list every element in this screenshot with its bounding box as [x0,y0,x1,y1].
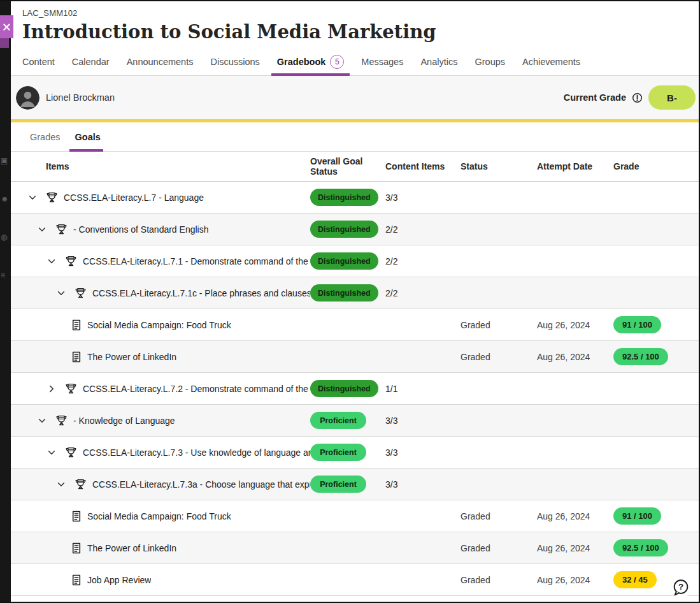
current-grade-label: Current Grade [564,92,626,103]
row-items-cell: CCSS.ELA-Literacy.L.7.1c - Place phrases… [22,287,310,299]
document-icon [71,511,82,522]
header-status: Status [461,161,537,171]
nav-tab-achievements[interactable]: Achievements [522,48,580,75]
goal-status-cell: Distinguished [310,284,385,302]
chevron-down-icon[interactable] [38,416,46,425]
content-item-name: Job App Review [87,575,151,585]
grade-cell: 91 / 100 [613,507,689,525]
row-items-cell: Job App Review [22,574,310,586]
chevron-right-icon[interactable] [47,384,56,393]
nav-tab-content[interactable]: Content [22,48,55,75]
header-grade: Grade [613,161,689,171]
goal-status-badge: Distinguished [310,221,378,238]
grade-cell: 92.5 / 100 [613,539,689,556]
chevron-down-icon[interactable] [57,480,66,489]
goals-table-header: Items Overall Goal Status Content Items … [11,152,699,182]
content-item-name: Social Media Campaign: Food Truck [87,320,231,330]
goal-status-badge: Distinguished [310,189,378,206]
row-items-cell: CCSS.ELA-Literacy.L.7.2 - Demonstrate co… [22,382,310,395]
nav-tab-discussions[interactable]: Discussions [210,48,259,75]
course-code: LAC_SMM102 [22,8,699,18]
nav-tab-gradebook[interactable]: Gradebook 5 [277,48,345,75]
chevron-down-icon[interactable] [28,193,37,202]
header-items: Items [22,161,310,171]
content-items-cell: 2/2 [385,256,461,266]
tab-goals[interactable]: Goals [75,122,101,151]
document-icon [71,542,82,554]
goal-name: CCSS.ELA-Literacy.L.7.3 - Use knowledge … [83,447,310,458]
status-cell: Graded [461,511,537,521]
goal-trophy-icon [75,478,87,490]
status-cell: Graded [461,543,537,553]
sidebar-partial-icon: ☻ [1,194,9,203]
content-items-cell: 3/3 [385,193,461,203]
close-panel-button[interactable] [0,15,13,38]
grade-pill[interactable]: 32 / 45 [613,571,657,588]
table-row: CCSS.ELA-Literacy.L.7.1 - Demonstrate co… [11,245,699,277]
goal-name: - Knowledge of Language [73,416,175,426]
goal-trophy-icon [46,191,58,203]
goal-trophy-icon [55,223,68,235]
row-items-cell: - Conventions of Standard English [22,223,310,235]
content-item-name: The Power of LinkedIn [87,352,176,362]
grade-pill[interactable]: 91 / 100 [613,316,661,333]
grade-cell: 92.5 / 100 [613,348,689,365]
goal-status-badge: Proficient [310,444,366,461]
table-row: Social Media Campaign: Food TruckGradedA… [11,309,699,341]
collapsed-sidebar: ▣ ☻ ◍ ≡ [0,1,11,602]
chevron-down-icon[interactable] [38,225,46,234]
sidebar-partial-icon: ▣ [1,156,8,165]
goal-status-badge: Distinguished [310,252,378,270]
row-items-cell: - Knowledge of Language [22,414,310,426]
content-items-cell: 3/3 [385,447,461,458]
gradebook-count-badge: 5 [330,55,344,69]
header-attempt-date: Attempt Date [537,161,613,171]
grade-pill[interactable]: 92.5 / 100 [613,539,668,556]
chevron-down-icon[interactable] [57,289,66,298]
goal-name: CCSS.ELA-Literacy.L.7.2 - Demonstrate co… [83,384,310,394]
content-items-cell: 3/3 [385,479,461,490]
row-items-cell: CCSS.ELA-Literacy.L.7.3 - Use knowledge … [22,446,310,458]
nav-tab-gradebook-label: Gradebook [277,57,326,67]
nav-tab-analytics[interactable]: Analytics [420,48,457,75]
table-row: CCSS.ELA-Literacy.L.7 - LanguageDistingu… [11,182,699,214]
status-cell: Graded [461,575,537,585]
goal-name: CCSS.ELA-Literacy.L.7.3a - Choose langua… [92,479,310,490]
nav-tab-messages[interactable]: Messages [361,48,403,75]
info-icon[interactable] [632,92,643,103]
current-grade-pill[interactable]: B- [648,85,696,110]
goal-trophy-icon [55,414,68,426]
course-page: LAC_SMM102 Introduction to Social Media … [11,1,699,602]
table-row: - Knowledge of LanguageProficient3/3 [11,405,699,437]
content-items-cell: 2/2 [385,224,461,235]
gradebook-subtabs: Grades Goals [11,122,699,152]
chevron-down-icon[interactable] [47,448,56,457]
grade-cell: 91 / 100 [613,316,689,333]
nav-tab-announcements[interactable]: Announcements [127,48,194,75]
row-items-cell: Social Media Campaign: Food Truck [22,511,310,522]
nav-tab-calendar[interactable]: Calendar [72,48,110,75]
status-cell: Graded [461,320,537,330]
goal-status-cell: Distinguished [310,380,385,397]
table-row: CCSS.ELA-Literacy.L.7.2 - Demonstrate co… [11,373,699,405]
row-items-cell: CCSS.ELA-Literacy.L.7.1 - Demonstrate co… [22,255,310,267]
content-items-cell: 3/3 [385,416,461,426]
tab-grades[interactable]: Grades [30,122,61,151]
header-goal-status: Overall Goal Status [310,156,385,177]
document-icon [71,351,82,363]
chevron-down-icon[interactable] [47,257,56,266]
goal-status-cell: Distinguished [310,189,385,206]
help-button[interactable]: ? [671,578,691,598]
grade-pill[interactable]: 91 / 100 [613,507,661,525]
grade-pill[interactable]: 92.5 / 100 [613,348,668,365]
sidebar-partial-icon: ≡ [1,271,5,280]
table-row: - Conventions of Standard EnglishDisting… [11,214,699,245]
goal-trophy-icon [65,446,77,458]
row-items-cell: CCSS.ELA-Literacy.L.7.3a - Choose langua… [22,478,310,490]
nav-tab-groups[interactable]: Groups [475,48,505,75]
table-row: The Power of LinkedInGradedAug 26, 20249… [11,341,699,373]
student-name: Lionel Brockman [46,92,115,103]
content-item-name: Social Media Campaign: Food Truck [87,511,231,521]
document-icon [71,319,82,331]
attempt-date-cell: Aug 26, 2024 [537,575,613,585]
